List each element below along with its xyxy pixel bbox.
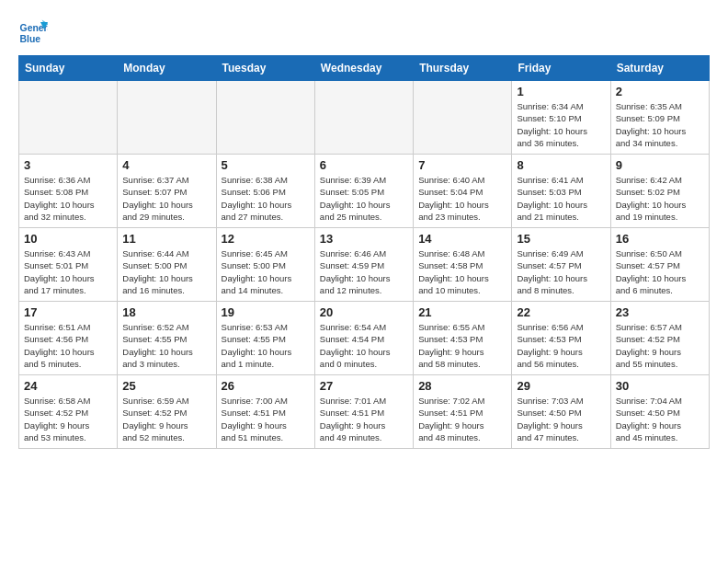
day-info: Sunrise: 6:52 AM Sunset: 4:55 PM Dayligh… <box>122 321 210 370</box>
day-number: 26 <box>222 379 310 393</box>
day-number: 15 <box>517 232 605 246</box>
day-info: Sunrise: 6:42 AM Sunset: 5:02 PM Dayligh… <box>616 174 704 223</box>
day-info: Sunrise: 6:43 AM Sunset: 5:01 PM Dayligh… <box>24 247 112 296</box>
day-number: 25 <box>122 379 210 393</box>
day-info: Sunrise: 6:57 AM Sunset: 4:52 PM Dayligh… <box>616 321 704 370</box>
day-cell: 10Sunrise: 6:43 AM Sunset: 5:01 PM Dayli… <box>19 228 118 302</box>
day-cell: 30Sunrise: 7:04 AM Sunset: 4:50 PM Dayli… <box>610 375 709 449</box>
day-cell <box>216 81 314 155</box>
day-cell: 22Sunrise: 6:56 AM Sunset: 4:53 PM Dayli… <box>512 302 610 375</box>
day-number: 1 <box>517 85 605 98</box>
col-header-tuesday: Tuesday <box>216 56 314 81</box>
day-number: 24 <box>24 379 112 393</box>
day-cell: 28Sunrise: 7:02 AM Sunset: 4:51 PM Dayli… <box>414 375 512 449</box>
day-cell: 29Sunrise: 7:03 AM Sunset: 4:50 PM Dayli… <box>512 375 610 449</box>
day-number: 6 <box>320 158 408 172</box>
day-cell: 11Sunrise: 6:44 AM Sunset: 5:00 PM Dayli… <box>118 228 216 302</box>
day-cell: 25Sunrise: 6:59 AM Sunset: 4:52 PM Dayli… <box>118 375 216 449</box>
day-cell: 14Sunrise: 6:48 AM Sunset: 4:58 PM Dayli… <box>414 228 512 302</box>
day-cell: 9Sunrise: 6:42 AM Sunset: 5:02 PM Daylig… <box>610 155 709 228</box>
day-info: Sunrise: 6:55 AM Sunset: 4:53 PM Dayligh… <box>418 321 506 370</box>
day-number: 9 <box>616 158 704 172</box>
day-cell: 4Sunrise: 6:37 AM Sunset: 5:07 PM Daylig… <box>118 155 216 228</box>
day-number: 5 <box>222 158 310 172</box>
day-number: 17 <box>24 305 112 319</box>
col-header-wednesday: Wednesday <box>314 56 413 81</box>
day-cell: 8Sunrise: 6:41 AM Sunset: 5:03 PM Daylig… <box>512 155 610 228</box>
col-header-monday: Monday <box>118 56 216 81</box>
day-cell: 26Sunrise: 7:00 AM Sunset: 4:51 PM Dayli… <box>216 375 314 449</box>
day-info: Sunrise: 6:58 AM Sunset: 4:52 PM Dayligh… <box>24 395 112 443</box>
day-info: Sunrise: 6:40 AM Sunset: 5:04 PM Dayligh… <box>418 174 506 223</box>
day-number: 18 <box>122 305 210 319</box>
day-info: Sunrise: 7:02 AM Sunset: 4:51 PM Dayligh… <box>418 395 506 443</box>
day-number: 11 <box>122 232 210 246</box>
day-number: 28 <box>418 379 506 393</box>
day-number: 12 <box>222 232 310 246</box>
week-row-1: 1Sunrise: 6:34 AM Sunset: 5:10 PM Daylig… <box>19 81 710 155</box>
day-cell: 15Sunrise: 6:49 AM Sunset: 4:57 PM Dayli… <box>512 228 610 302</box>
svg-text:Blue: Blue <box>20 34 41 44</box>
day-number: 10 <box>24 232 112 246</box>
logo-icon: General Blue <box>18 18 48 48</box>
day-cell: 6Sunrise: 6:39 AM Sunset: 5:05 PM Daylig… <box>314 155 413 228</box>
day-cell: 13Sunrise: 6:46 AM Sunset: 4:59 PM Dayli… <box>314 228 413 302</box>
day-number: 23 <box>616 305 704 319</box>
day-cell: 1Sunrise: 6:34 AM Sunset: 5:10 PM Daylig… <box>512 81 610 155</box>
day-number: 30 <box>616 379 704 393</box>
day-info: Sunrise: 6:59 AM Sunset: 4:52 PM Dayligh… <box>122 395 210 443</box>
day-cell: 21Sunrise: 6:55 AM Sunset: 4:53 PM Dayli… <box>414 302 512 375</box>
day-number: 16 <box>616 232 704 246</box>
day-info: Sunrise: 6:45 AM Sunset: 5:00 PM Dayligh… <box>222 247 310 296</box>
day-info: Sunrise: 7:01 AM Sunset: 4:51 PM Dayligh… <box>320 395 408 443</box>
page: General Blue SundayMondayTuesdayWednesda… <box>0 0 728 458</box>
day-info: Sunrise: 6:39 AM Sunset: 5:05 PM Dayligh… <box>320 174 408 223</box>
day-info: Sunrise: 6:54 AM Sunset: 4:54 PM Dayligh… <box>320 321 408 370</box>
day-cell: 16Sunrise: 6:50 AM Sunset: 4:57 PM Dayli… <box>610 228 709 302</box>
day-cell: 7Sunrise: 6:40 AM Sunset: 5:04 PM Daylig… <box>414 155 512 228</box>
day-info: Sunrise: 6:38 AM Sunset: 5:06 PM Dayligh… <box>222 174 310 223</box>
day-info: Sunrise: 7:00 AM Sunset: 4:51 PM Dayligh… <box>222 395 310 443</box>
col-header-thursday: Thursday <box>414 56 512 81</box>
day-cell: 5Sunrise: 6:38 AM Sunset: 5:06 PM Daylig… <box>216 155 314 228</box>
col-header-friday: Friday <box>512 56 610 81</box>
day-info: Sunrise: 6:41 AM Sunset: 5:03 PM Dayligh… <box>517 174 605 223</box>
day-info: Sunrise: 6:34 AM Sunset: 5:10 PM Dayligh… <box>517 100 605 149</box>
day-number: 27 <box>320 379 408 393</box>
day-number: 13 <box>320 232 408 246</box>
day-cell: 19Sunrise: 6:53 AM Sunset: 4:55 PM Dayli… <box>216 302 314 375</box>
calendar-header-row: SundayMondayTuesdayWednesdayThursdayFrid… <box>19 56 710 81</box>
day-cell: 24Sunrise: 6:58 AM Sunset: 4:52 PM Dayli… <box>19 375 118 449</box>
week-row-4: 17Sunrise: 6:51 AM Sunset: 4:56 PM Dayli… <box>19 302 710 375</box>
day-cell: 17Sunrise: 6:51 AM Sunset: 4:56 PM Dayli… <box>19 302 118 375</box>
day-info: Sunrise: 6:35 AM Sunset: 5:09 PM Dayligh… <box>616 100 704 149</box>
day-cell: 12Sunrise: 6:45 AM Sunset: 5:00 PM Dayli… <box>216 228 314 302</box>
day-info: Sunrise: 7:04 AM Sunset: 4:50 PM Dayligh… <box>616 395 704 443</box>
day-info: Sunrise: 6:46 AM Sunset: 4:59 PM Dayligh… <box>320 247 408 296</box>
day-cell <box>314 81 413 155</box>
day-number: 29 <box>517 379 605 393</box>
logo: General Blue <box>18 18 51 48</box>
day-number: 21 <box>418 305 506 319</box>
day-info: Sunrise: 6:37 AM Sunset: 5:07 PM Dayligh… <box>122 174 210 223</box>
day-info: Sunrise: 6:49 AM Sunset: 4:57 PM Dayligh… <box>517 247 605 296</box>
day-info: Sunrise: 6:44 AM Sunset: 5:00 PM Dayligh… <box>122 247 210 296</box>
day-cell: 27Sunrise: 7:01 AM Sunset: 4:51 PM Dayli… <box>314 375 413 449</box>
day-info: Sunrise: 6:36 AM Sunset: 5:08 PM Dayligh… <box>24 174 112 223</box>
day-number: 8 <box>517 158 605 172</box>
day-cell: 20Sunrise: 6:54 AM Sunset: 4:54 PM Dayli… <box>314 302 413 375</box>
day-info: Sunrise: 6:56 AM Sunset: 4:53 PM Dayligh… <box>517 321 605 370</box>
day-cell <box>118 81 216 155</box>
col-header-saturday: Saturday <box>610 56 709 81</box>
col-header-sunday: Sunday <box>19 56 118 81</box>
day-cell: 2Sunrise: 6:35 AM Sunset: 5:09 PM Daylig… <box>610 81 709 155</box>
day-cell: 3Sunrise: 6:36 AM Sunset: 5:08 PM Daylig… <box>19 155 118 228</box>
day-number: 2 <box>616 85 704 98</box>
day-number: 3 <box>24 158 112 172</box>
day-cell: 23Sunrise: 6:57 AM Sunset: 4:52 PM Dayli… <box>610 302 709 375</box>
day-cell <box>19 81 118 155</box>
day-info: Sunrise: 6:50 AM Sunset: 4:57 PM Dayligh… <box>616 247 704 296</box>
week-row-3: 10Sunrise: 6:43 AM Sunset: 5:01 PM Dayli… <box>19 228 710 302</box>
day-info: Sunrise: 7:03 AM Sunset: 4:50 PM Dayligh… <box>517 395 605 443</box>
day-info: Sunrise: 6:48 AM Sunset: 4:58 PM Dayligh… <box>418 247 506 296</box>
